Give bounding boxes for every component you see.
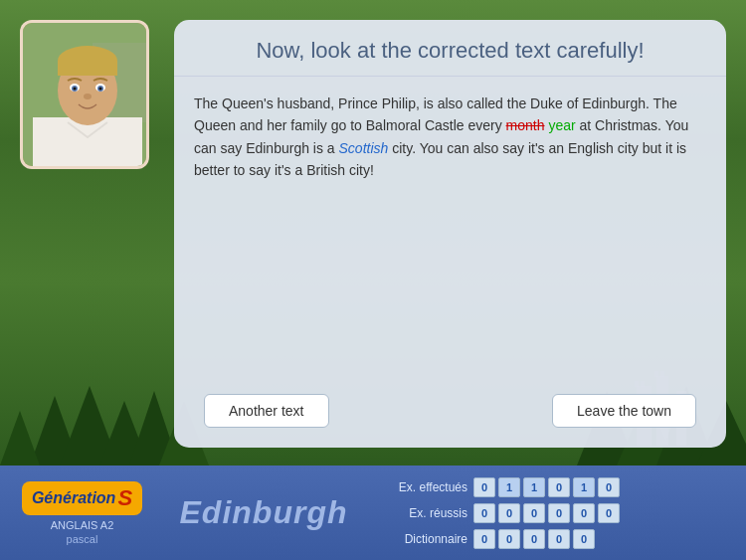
logo-badge: Génération S [22,481,142,515]
svg-point-30 [84,93,92,99]
stat-row-reussis: Ex. réussis 0 0 0 0 0 0 [373,503,736,523]
avatar [20,20,149,169]
stat-box: 0 [473,529,495,549]
stat-box: 0 [598,477,620,497]
stat-row-dictionnaire: Dictionnaire 0 0 0 0 0 [373,529,736,549]
stat-box: 0 [473,477,495,497]
correct-word: year [548,117,575,133]
logo-user: pascal [67,533,98,545]
stat-label-effectues: Ex. effectués [373,480,467,494]
stat-label-reussis: Ex. réussis [373,506,467,520]
stat-box: 0 [548,477,570,497]
highlight-word: Scottish [339,140,389,156]
stat-box: 0 [548,529,570,549]
stat-box: 0 [498,529,520,549]
panel-content: The Queen's husband, Prince Philip, is a… [174,77,726,384]
logo-subtitle: ANGLAIS A2 [51,519,114,531]
svg-point-29 [99,88,102,91]
stat-box: 0 [498,503,520,523]
stat-box: 0 [523,503,545,523]
svg-marker-3 [0,411,40,466]
stat-box: 0 [548,503,570,523]
stat-box: 1 [573,477,595,497]
svg-rect-23 [58,61,117,76]
stat-box: 0 [573,529,595,549]
stat-box: 1 [498,477,520,497]
stat-box: 1 [523,477,545,497]
stats-container: Ex. effectués 0 1 1 0 1 0 Ex. réussis 0 … [363,469,746,557]
city-name: Edinburgh [164,494,363,531]
panel-title: Now, look at the corrected text carefull… [174,20,726,77]
strikethrough-word: month [506,117,545,133]
main-panel: Now, look at the corrected text carefull… [174,20,726,448]
leave-town-button[interactable]: Leave the town [552,394,696,428]
stat-box: 0 [573,503,595,523]
stat-boxes-effectues: 0 1 1 0 1 0 [473,477,620,497]
stat-row-effectues: Ex. effectués 0 1 1 0 1 0 [373,477,736,497]
bottom-bar: Génération S ANGLAIS A2 pascal Edinburgh… [0,466,746,560]
panel-buttons: Another text Leave the town [174,384,726,448]
svg-point-28 [74,88,77,91]
stat-boxes-reussis: 0 0 0 0 0 0 [473,503,620,523]
stat-box: 0 [473,503,495,523]
logo-text: Génération [32,489,115,507]
another-text-button[interactable]: Another text [204,394,329,428]
logo-s: S [117,485,132,511]
stat-box: 0 [598,503,620,523]
stat-boxes-dictionnaire: 0 0 0 0 0 [473,529,595,549]
logo-container: Génération S ANGLAIS A2 pascal [0,473,164,553]
stat-box: 0 [523,529,545,549]
stat-label-dictionnaire: Dictionnaire [373,532,467,546]
